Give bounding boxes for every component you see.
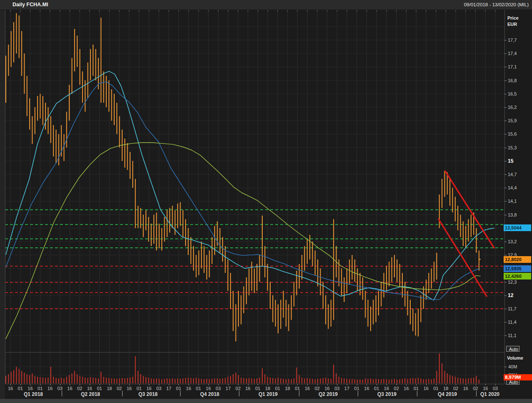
- time-tick-label: 16: [144, 386, 154, 391]
- time-tick-label: 01: [253, 386, 263, 391]
- time-tick-mark: [268, 384, 268, 385]
- volume-chart[interactable]: [5, 352, 504, 384]
- price-tick-mark: [504, 335, 507, 336]
- quarter-label: Q3 2018: [129, 391, 167, 397]
- long-ma-line: [6, 143, 480, 339]
- title-bar: Daily FCHA.MI 09/01/2018 - 13/02/2020 (M…: [0, 0, 532, 10]
- time-tick-mark: [60, 384, 60, 385]
- time-tick-label: 16: [124, 386, 134, 391]
- quarter-separator: [122, 391, 123, 396]
- time-tick-mark: [288, 384, 288, 385]
- price-tick-mark: [504, 309, 507, 309]
- volume-axis-title: Volume: [507, 355, 523, 360]
- price-autoscale-button[interactable]: Auto: [506, 346, 519, 352]
- price-tick-mark: [504, 107, 507, 108]
- time-tick-label: 17: [342, 386, 352, 391]
- price-tick-label: 13,8: [508, 212, 529, 218]
- time-tick-label: 01: [431, 386, 441, 391]
- quarter-separator: [417, 391, 417, 396]
- chart-title: Daily FCHA.MI: [13, 2, 48, 8]
- time-tick-mark: [119, 384, 120, 385]
- time-tick-mark: [327, 384, 328, 385]
- time-tick-label: 03: [490, 386, 500, 391]
- time-tick-mark: [218, 384, 218, 385]
- time-tick-label: 01: [411, 386, 421, 391]
- time-tick-label: 01: [173, 386, 183, 391]
- volume-tick-mark: [504, 367, 507, 367]
- time-tick-label: 16: [461, 386, 471, 391]
- time-tick-mark: [178, 384, 179, 385]
- time-tick-mark: [228, 384, 228, 385]
- time-tick-label: 16: [25, 386, 35, 391]
- price-chart[interactable]: [5, 10, 504, 352]
- plot-left-border: [5, 10, 5, 384]
- price-tick-label: 15,6: [508, 131, 529, 137]
- price-tick-label: 16,5: [508, 91, 529, 97]
- price-tick-label: 15,3: [508, 145, 529, 151]
- time-tick-mark: [297, 384, 298, 385]
- quarter-label: Q1 2020: [471, 391, 509, 397]
- quarter-label: Q1 2018: [15, 391, 52, 397]
- price-tick-label: 11,4: [508, 319, 529, 325]
- quarter-separator: [180, 391, 181, 396]
- time-tick-mark: [248, 384, 248, 385]
- time-tick-mark: [495, 384, 496, 385]
- price-tick-label: 15,9: [508, 118, 529, 123]
- price-tick-mark: [504, 161, 507, 161]
- time-tick-mark: [416, 384, 417, 385]
- price-tick-mark: [504, 53, 507, 54]
- time-tick-label: 01: [352, 386, 362, 391]
- price-tick-label: 14,4: [508, 185, 529, 191]
- price-tick-mark: [504, 295, 507, 296]
- date-range: 09/01/2018 - 13/02/2020 (MIL): [464, 2, 529, 7]
- time-tick-mark: [337, 384, 337, 385]
- slow-ma-badge: 12,5935: [504, 265, 531, 272]
- time-tick-mark: [198, 384, 199, 385]
- price-tick-label: 14,7: [508, 171, 529, 177]
- price-tick-mark: [504, 81, 507, 81]
- time-tick-label: 03: [213, 386, 223, 391]
- time-tick-label: 16: [5, 386, 15, 391]
- time-tick-label: 16: [361, 386, 371, 391]
- time-tick-label: 01: [15, 386, 25, 391]
- price-tick-label: 16,2: [508, 104, 529, 110]
- price-tick-label: 17,7: [508, 37, 529, 43]
- time-tick-label: 02: [451, 386, 461, 391]
- quarter-label: Q4 2019: [429, 391, 466, 397]
- price-tick-mark: [504, 94, 507, 94]
- time-tick-label: 18: [263, 386, 273, 391]
- price-tick-label: 15: [508, 158, 529, 164]
- price-tick-mark: [504, 148, 507, 148]
- time-tick-mark: [20, 384, 21, 385]
- time-tick-mark: [485, 384, 486, 385]
- price-tick-mark: [504, 255, 507, 255]
- time-tick-label: 16: [243, 386, 253, 391]
- time-tick-label: 03: [55, 386, 65, 391]
- quarter-label: Q2 2018: [72, 391, 109, 397]
- time-tick-mark: [100, 384, 100, 385]
- time-tick-label: 01: [193, 386, 203, 391]
- price-tick-label: 16,8: [508, 78, 529, 83]
- time-tick-label: 16: [183, 386, 193, 391]
- quarter-separator: [299, 391, 299, 396]
- fast-ma-badge: 13,5044: [504, 224, 531, 231]
- time-tick-label: 18: [283, 386, 293, 391]
- time-tick-mark: [406, 384, 407, 385]
- time-tick-label: 02: [114, 386, 124, 391]
- quarter-label: Q1 2019: [249, 391, 287, 397]
- time-tick-mark: [169, 384, 169, 385]
- time-tick-mark: [396, 384, 397, 385]
- price-tick-mark: [504, 188, 507, 188]
- time-tick-label: 01: [35, 386, 45, 391]
- time-tick-label: 01: [95, 386, 105, 391]
- time-tick-mark: [307, 384, 308, 385]
- quarter-label: Q4 2018: [191, 391, 228, 397]
- quarter-label: Q2 2019: [309, 391, 347, 397]
- time-tick-label: 17: [164, 386, 174, 391]
- time-tick-mark: [278, 384, 278, 385]
- time-tick-label: 18: [104, 386, 114, 391]
- time-tick-mark: [446, 384, 446, 385]
- time-tick-mark: [436, 384, 437, 385]
- time-tick-label: 16: [381, 386, 391, 391]
- price-axis: Price EUR 17,717,417,116,816,516,215,915…: [504, 10, 532, 399]
